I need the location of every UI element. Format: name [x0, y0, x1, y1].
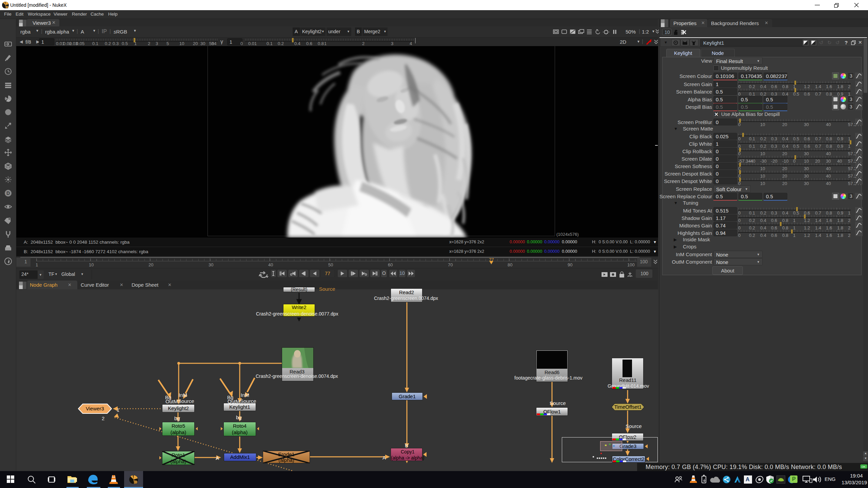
- svg-text:Viewer3: Viewer3: [86, 406, 104, 411]
- svg-text:TimeOffset1: TimeOffset1: [614, 404, 642, 410]
- svg-text:D: D: [6, 190, 10, 196]
